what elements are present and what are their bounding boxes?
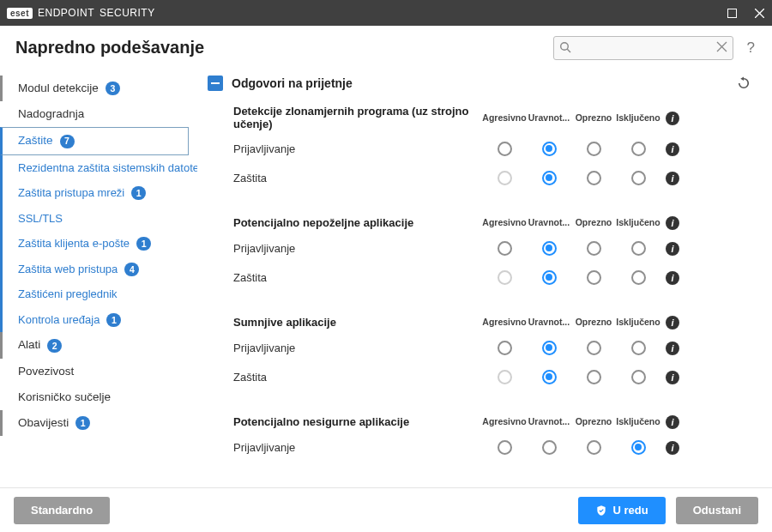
sidebar-item-2[interactable]: Zaštite7 <box>0 127 189 154</box>
sidebar-item-label: Obavijesti <box>18 415 69 431</box>
radio-option[interactable] <box>631 241 646 256</box>
radio-option[interactable] <box>587 171 601 185</box>
info-icon[interactable]: i <box>666 371 679 384</box>
column-header: Oprezno <box>571 112 616 123</box>
sidebar-item-0[interactable]: Modul detekcije3 <box>0 76 189 101</box>
radio-option[interactable] <box>587 270 601 285</box>
sidebar-item-12[interactable]: Korisničko sučelje <box>0 384 189 410</box>
setting-group: Sumnjive aplikacijeAgresivnoUravnot...Op… <box>201 304 769 403</box>
sidebar-item-9[interactable]: Kontrola uređaja1 <box>0 307 189 333</box>
sidebar-item-label: Korisničko sučelje <box>18 390 111 405</box>
sidebar: Modul detekcije3NadogradnjaZaštite7Rezid… <box>0 69 197 487</box>
info-icon[interactable]: i <box>666 112 679 125</box>
radio-option <box>498 270 512 285</box>
sidebar-badge: 7 <box>60 135 75 148</box>
info-icon[interactable]: i <box>666 142 679 156</box>
sidebar-item-4[interactable]: Zaštita pristupa mreži1 <box>0 180 189 206</box>
svg-rect-3 <box>211 82 220 84</box>
column-header: Isključeno <box>616 317 660 327</box>
radio-option[interactable] <box>631 370 646 384</box>
radio-option[interactable] <box>587 241 601 256</box>
column-header: Oprezno <box>571 317 616 327</box>
sidebar-item-label: Zaštita web pristupa <box>18 262 118 277</box>
window-close-icon[interactable] <box>753 7 765 19</box>
info-icon[interactable]: i <box>666 242 679 256</box>
sidebar-item-label: SSL/TLS <box>18 211 63 227</box>
undo-icon[interactable] <box>736 76 762 91</box>
radio-option[interactable] <box>631 341 646 355</box>
ok-button[interactable]: U redu <box>578 497 665 524</box>
row-label: Prijavljivanje <box>233 441 482 454</box>
help-icon[interactable]: ? <box>744 39 758 57</box>
radio-option[interactable] <box>631 142 646 156</box>
radio-option <box>498 171 512 185</box>
info-icon[interactable]: i <box>666 316 679 329</box>
info-icon[interactable]: i <box>666 172 679 185</box>
radio-option[interactable] <box>631 270 646 285</box>
info-icon[interactable]: i <box>666 216 679 230</box>
radio-option[interactable] <box>587 142 601 156</box>
sidebar-item-6[interactable]: Zaštita klijenta e-pošte1 <box>0 231 189 257</box>
setting-row: Prijavljivanjei <box>233 333 769 362</box>
radio-option[interactable] <box>587 440 601 455</box>
radio-option[interactable] <box>587 370 601 384</box>
sidebar-item-1[interactable]: Nadogradnja <box>0 101 189 127</box>
row-label: Prijavljivanje <box>233 242 482 255</box>
info-icon[interactable]: i <box>666 415 679 429</box>
column-header: Agresivno <box>482 112 527 123</box>
sidebar-item-10[interactable]: Alati2 <box>0 332 189 358</box>
sidebar-item-label: Zaštita klijenta e-pošte <box>18 236 130 251</box>
radio-option[interactable] <box>542 341 557 355</box>
sidebar-item-5[interactable]: SSL/TLS <box>0 206 189 232</box>
collapse-icon[interactable] <box>208 76 223 91</box>
radio-option <box>498 370 512 384</box>
setting-group: Potencijalno nesigurne aplikacijeAgresiv… <box>201 403 769 474</box>
radio-option[interactable] <box>542 270 557 285</box>
search-clear-icon[interactable] <box>716 41 727 52</box>
titlebar: eset ENDPOINT SECURITY <box>0 0 772 26</box>
column-header: Oprezno <box>571 416 616 426</box>
sidebar-item-label: Nadogradnja <box>18 106 84 122</box>
info-icon[interactable]: i <box>666 271 679 285</box>
sidebar-item-3[interactable]: Rezidentna zaštita sistemskih datoteka <box>0 155 189 181</box>
default-button[interactable]: Standardno <box>14 497 110 524</box>
setting-row: Prijavljivanjei <box>233 134 769 163</box>
sidebar-item-11[interactable]: Povezivost <box>0 359 189 384</box>
section-title: Odgovori na prijetnje <box>232 76 353 90</box>
radio-option[interactable] <box>498 241 512 256</box>
radio-option[interactable] <box>631 440 646 455</box>
sidebar-item-13[interactable]: Obavijesti1 <box>0 410 189 436</box>
radio-option[interactable] <box>542 241 557 256</box>
window-maximize-icon[interactable] <box>726 7 738 19</box>
radio-option[interactable] <box>542 440 557 455</box>
radio-option[interactable] <box>542 142 557 156</box>
search-wrap <box>553 36 733 60</box>
group-title: Detekcije zlonamjernih programa (uz stro… <box>233 105 482 130</box>
row-label: Zaštita <box>233 371 482 384</box>
sidebar-item-label: Zaštite <box>18 133 53 148</box>
info-icon[interactable]: i <box>666 342 679 355</box>
sidebar-item-7[interactable]: Zaštita web pristupa4 <box>0 257 189 282</box>
group-title: Potencijalno nepoželjne aplikacije <box>233 216 482 229</box>
sidebar-badge: 4 <box>124 263 139 276</box>
radio-option[interactable] <box>498 341 512 355</box>
radio-option[interactable] <box>631 171 646 185</box>
sidebar-badge: 1 <box>131 186 146 200</box>
group-title: Sumnjive aplikacije <box>233 316 482 329</box>
sidebar-item-label: Zaštićeni preglednik <box>18 287 118 302</box>
cancel-button[interactable]: Odustani <box>676 497 758 524</box>
info-icon[interactable]: i <box>666 441 679 455</box>
radio-option[interactable] <box>498 142 512 156</box>
column-header: Uravnot... <box>527 416 571 426</box>
product-word-1: ENDPOINT <box>38 7 94 19</box>
sidebar-item-8[interactable]: Zaštićeni preglednik <box>0 281 189 307</box>
radio-option[interactable] <box>542 171 557 185</box>
radio-option[interactable] <box>587 341 601 355</box>
search-input[interactable] <box>553 36 733 60</box>
radio-option[interactable] <box>498 440 512 455</box>
radio-option[interactable] <box>542 370 557 384</box>
setting-row: Prijavljivanjei <box>233 233 769 263</box>
sidebar-item-label: Povezivost <box>18 364 74 379</box>
search-icon <box>559 41 571 53</box>
svg-rect-0 <box>727 9 736 17</box>
